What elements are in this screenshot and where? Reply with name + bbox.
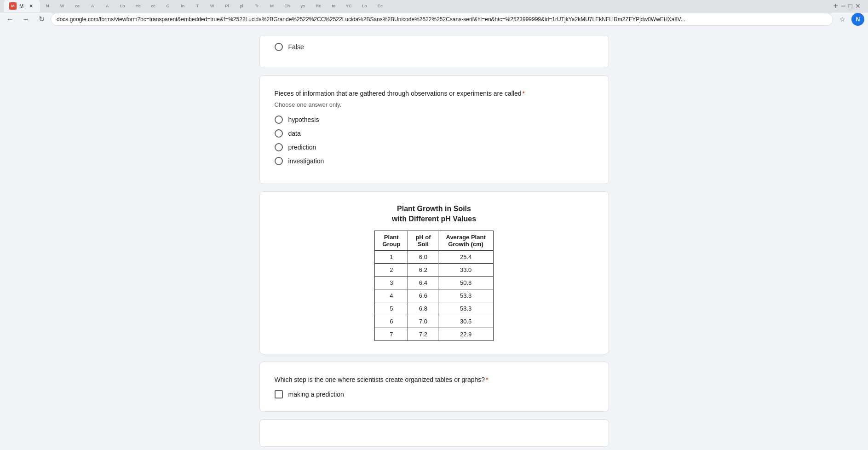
table-header-growth: Average PlantGrowth (cm) xyxy=(438,231,493,251)
table-cell-group-4: 4 xyxy=(375,289,408,302)
table-row-6: 6 7.0 30.5 xyxy=(375,315,493,328)
table-cell-group-2: 2 xyxy=(375,264,408,277)
false-radio-circle[interactable] xyxy=(275,43,283,51)
tab-a1[interactable]: A xyxy=(86,0,99,12)
tab-yo[interactable]: yo xyxy=(295,0,310,12)
new-tab-btn[interactable]: + xyxy=(834,1,839,11)
table-row-1: 1 6.0 25.4 xyxy=(375,251,493,264)
table-header-ph: pH ofSoil xyxy=(408,231,438,251)
tab-rc[interactable]: Rc xyxy=(311,0,326,12)
tab-w[interactable]: W xyxy=(55,0,69,12)
tab-t[interactable]: T xyxy=(190,0,204,12)
tab-ch[interactable]: Ch xyxy=(280,0,294,12)
active-tab[interactable]: M M ✕ xyxy=(4,0,40,12)
table-cell-group-7: 7 xyxy=(375,328,408,341)
table-cell-ph-4: 6.6 xyxy=(408,289,438,302)
table-cell-ph-3: 6.4 xyxy=(408,277,438,289)
radio-circle-prediction[interactable] xyxy=(275,143,283,151)
tab-cc2[interactable]: Cc xyxy=(373,0,387,12)
tab-g[interactable]: G xyxy=(161,0,175,12)
tab-lo2[interactable]: Lo xyxy=(357,0,372,12)
table-cell-growth-6: 30.5 xyxy=(438,315,493,328)
table-card: Plant Growth in Soils with Different pH … xyxy=(259,191,609,354)
table-cell-ph-1: 6.0 xyxy=(408,251,438,264)
refresh-btn[interactable]: ↻ xyxy=(35,13,48,26)
question2-card: Which step is the one where scientists c… xyxy=(259,362,609,412)
table-cell-ph-5: 6.8 xyxy=(408,302,438,315)
tab-bar: M M ✕ N W ce A A Lo Hc cc G In T W Pl pl… xyxy=(0,0,868,12)
browser-chrome: M M ✕ N W ce A A Lo Hc cc G In T W Pl pl… xyxy=(0,0,868,26)
radio-option-investigation[interactable]: investigation xyxy=(275,157,594,165)
tab-m2[interactable]: M xyxy=(265,0,279,12)
radio-label-data: data xyxy=(288,130,301,137)
radio-option-hypothesis[interactable]: hypothesis xyxy=(275,115,594,124)
table-cell-group-5: 5 xyxy=(375,302,408,315)
radio-circle-hypothesis[interactable] xyxy=(275,115,283,124)
radio-option-prediction[interactable]: prediction xyxy=(275,143,594,151)
question1-card: Pieces of information that are gathered … xyxy=(259,75,609,184)
required-star-1: * xyxy=(522,90,524,97)
table-header-group: PlantGroup xyxy=(375,231,408,251)
tab-cc[interactable]: cc xyxy=(146,0,160,12)
tab-title: M xyxy=(19,3,23,9)
forward-btn[interactable]: → xyxy=(19,13,32,26)
tab-n[interactable]: N xyxy=(40,0,54,12)
partial-bottom-card xyxy=(259,419,609,447)
checkbox-making-prediction[interactable] xyxy=(275,390,283,398)
table-cell-growth-2: 33.0 xyxy=(438,264,493,277)
minimize-btn[interactable]: − xyxy=(841,1,846,11)
radio-label-prediction: prediction xyxy=(288,144,316,151)
tab-te[interactable]: te xyxy=(327,0,340,12)
table-cell-ph-7: 7.2 xyxy=(408,328,438,341)
tab-hc[interactable]: Hc xyxy=(131,0,145,12)
table-title-line1: Plant Growth in Soils xyxy=(397,205,471,213)
tab-tr[interactable]: Tr xyxy=(249,0,264,12)
tab-favicon-m: M xyxy=(9,2,17,10)
table-cell-growth-4: 53.3 xyxy=(438,289,493,302)
tab-lo[interactable]: Lo xyxy=(115,0,130,12)
table-cell-group-6: 6 xyxy=(375,315,408,328)
false-option-card: False xyxy=(259,35,609,68)
radio-circle-data[interactable] xyxy=(275,129,283,138)
radio-label-hypothesis: hypothesis xyxy=(288,116,319,123)
checkbox-option-making-prediction[interactable]: making a prediction xyxy=(275,390,594,398)
tab-pl2[interactable]: pl xyxy=(235,0,248,12)
table-row-5: 5 6.8 53.3 xyxy=(375,302,493,315)
address-bar[interactable]: docs.google.com/forms/viewform?bc=transp… xyxy=(51,13,833,26)
checkbox-label-making-prediction: making a prediction xyxy=(288,391,344,398)
table-cell-growth-3: 50.8 xyxy=(438,277,493,289)
bookmark-btn[interactable]: ☆ xyxy=(836,13,849,26)
tab-a2[interactable]: A xyxy=(100,0,114,12)
url-text: docs.google.com/forms/viewform?bc=transp… xyxy=(57,16,685,23)
question2-text: Which step is the one where scientists c… xyxy=(275,375,594,385)
false-radio-option[interactable]: False xyxy=(275,43,594,51)
table-row-2: 2 6.2 33.0 xyxy=(375,264,493,277)
tab-pl[interactable]: Pl xyxy=(220,0,234,12)
table-cell-growth-5: 53.3 xyxy=(438,302,493,315)
table-row-7: 7 7.2 22.9 xyxy=(375,328,493,341)
radio-label-investigation: investigation xyxy=(288,157,324,165)
tab-close-btn[interactable]: ✕ xyxy=(27,2,34,10)
table-cell-ph-6: 7.0 xyxy=(408,315,438,328)
address-bar-row: ← → ↻ docs.google.com/forms/viewform?bc=… xyxy=(0,12,868,26)
tab-ce[interactable]: ce xyxy=(70,0,85,12)
table-cell-group-3: 3 xyxy=(375,277,408,289)
radio-option-data[interactable]: data xyxy=(275,129,594,138)
table-cell-growth-7: 22.9 xyxy=(438,328,493,341)
question1-choose-text: Choose one answer only. xyxy=(275,101,594,108)
table-cell-group-1: 1 xyxy=(375,251,408,264)
maximize-btn[interactable]: □ xyxy=(849,2,852,10)
tab-yc[interactable]: YC xyxy=(341,0,356,12)
back-btn[interactable]: ← xyxy=(4,13,17,26)
tab-w2[interactable]: W xyxy=(205,0,219,12)
table-row-3: 3 6.4 50.8 xyxy=(375,277,493,289)
plant-growth-table: PlantGroup pH ofSoil Average PlantGrowth… xyxy=(374,231,493,341)
radio-circle-investigation[interactable] xyxy=(275,157,283,165)
table-cell-ph-2: 6.2 xyxy=(408,264,438,277)
close-btn[interactable]: ✕ xyxy=(855,2,861,10)
profile-btn[interactable]: N xyxy=(851,13,864,26)
tab-in[interactable]: In xyxy=(176,0,190,12)
question1-text: Pieces of information that are gathered … xyxy=(275,89,594,98)
main-content: False Pieces of information that are gat… xyxy=(0,26,868,450)
table-cell-growth-1: 25.4 xyxy=(438,251,493,264)
